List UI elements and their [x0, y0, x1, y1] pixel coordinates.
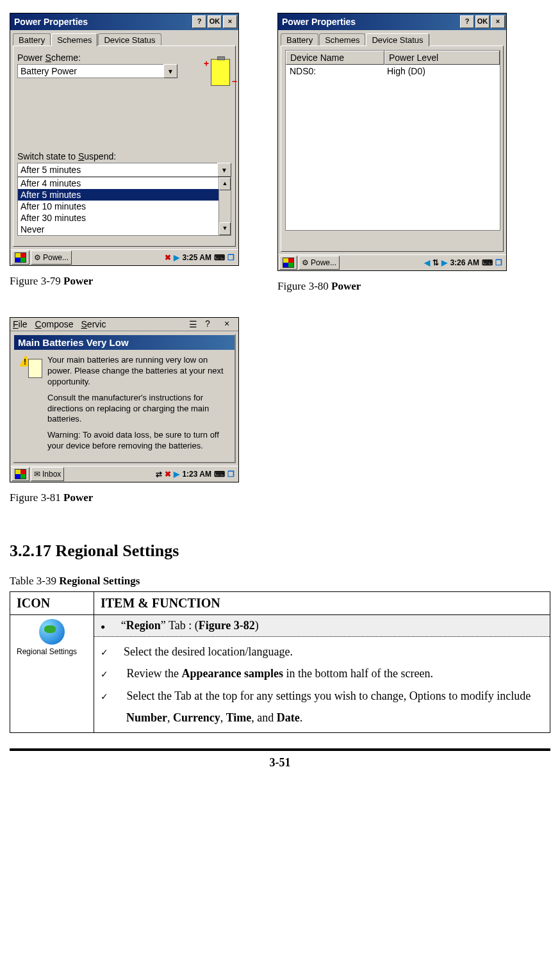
page-footer: 3-51: [10, 748, 550, 770]
help-button[interactable]: ?: [205, 319, 217, 329]
tray-icon[interactable]: ✖: [165, 470, 171, 479]
power-props-window-schemes: Power Properties ? OK × Battery Schemes …: [10, 13, 239, 266]
tab-device-status[interactable]: Device Status: [98, 33, 161, 46]
windows-flag-icon: [283, 258, 294, 268]
tray-icon[interactable]: ⌨: [214, 253, 225, 262]
list-item[interactable]: Never: [18, 224, 218, 235]
chevron-down-icon[interactable]: ▼: [217, 163, 231, 177]
close-button[interactable]: ×: [224, 319, 236, 329]
tab-panel: +− Power Scheme: Battery Power ▼ Switch …: [13, 45, 236, 247]
tray-icon[interactable]: ⇄: [156, 470, 162, 479]
tab-battery[interactable]: Battery: [281, 33, 318, 46]
taskbar-app-label: Powe...: [43, 253, 69, 262]
suspend-value[interactable]: After 5 minutes: [17, 163, 217, 177]
tray-icon[interactable]: ▶: [174, 470, 179, 479]
tray-icon[interactable]: ⇅: [432, 258, 439, 267]
page-number: 3-51: [270, 756, 291, 769]
menu-file[interactable]: File: [13, 319, 28, 329]
close-button[interactable]: ×: [491, 15, 505, 28]
start-button[interactable]: [12, 251, 29, 265]
bullet-item: “Region” Tab : (Figure 3-82): [101, 619, 543, 632]
menu-services[interactable]: Servic: [81, 319, 106, 329]
system-tray: ◀ ⇅ ▶ 3:26 AM ⌨ ❐: [422, 258, 505, 267]
scroll-down-icon[interactable]: ▼: [219, 222, 231, 235]
figure-caption: Figure 3-81 Power: [10, 491, 550, 504]
taskbar-app-button[interactable]: ⚙ Powe...: [299, 256, 340, 270]
close-button[interactable]: ×: [223, 15, 237, 28]
titlebar: Power Properties ? OK ×: [278, 13, 506, 30]
system-tray: ✖ ▶ 3:25 AM ⌨ ❐: [162, 253, 237, 262]
start-button[interactable]: [279, 256, 297, 270]
tray-icon[interactable]: ◀: [424, 258, 430, 267]
taskbar: ✉ Inbox ⇄ ✖ ▶ 1:23 AM ⌨ ❐: [10, 466, 238, 482]
column-power-level[interactable]: Power Level: [384, 51, 500, 65]
column-device-name[interactable]: Device Name: [286, 51, 384, 65]
tray-icon[interactable]: ▶: [174, 253, 179, 262]
scrollbar[interactable]: ▲ ▼: [218, 177, 231, 235]
tray-icon[interactable]: ❐: [227, 470, 235, 479]
tray-icon[interactable]: ✖: [165, 253, 171, 262]
tab-schemes[interactable]: Schemes: [51, 33, 97, 46]
scroll-up-icon[interactable]: ▲: [219, 177, 231, 190]
table-header-row: ICON ITEM & FUNCTION: [10, 592, 550, 615]
dialog-text: Your main batteries are running very low…: [47, 355, 229, 457]
list-item[interactable]: After 4 minutes: [18, 177, 218, 189]
dialog-paragraph: Consult the manufacturer's instructions …: [47, 393, 229, 425]
power-scheme-combo[interactable]: Battery Power ▼: [17, 64, 177, 78]
tab-battery[interactable]: Battery: [13, 33, 51, 46]
tray-icon[interactable]: ❐: [227, 253, 235, 262]
dialog-title: Main Batteries Very Low: [14, 335, 235, 350]
check-item: Review the Appearance samples in the bot…: [101, 663, 543, 684]
tab-panel: Device Name Power Level NDS0: High (D0): [281, 45, 504, 252]
tray-icon[interactable]: ❐: [495, 258, 502, 267]
list-item[interactable]: After 5 minutes: [18, 189, 218, 201]
taskbar-clock: 3:25 AM: [182, 253, 211, 262]
ok-button[interactable]: OK: [208, 15, 222, 28]
table-row: Regional Settings “Region” Tab : (Figure…: [10, 615, 550, 733]
tray-icon[interactable]: ▶: [441, 258, 447, 267]
tray-icon[interactable]: ⌨: [214, 470, 225, 479]
check-item: Select the desired location/language.: [101, 641, 543, 663]
taskbar: ⚙ Powe... ✖ ▶ 3:25 AM ⌨ ❐: [10, 249, 238, 265]
chevron-down-icon[interactable]: ▼: [163, 64, 177, 78]
device-status-table: Device Name Power Level NDS0: High (D0): [285, 50, 500, 231]
header-item-function: ITEM & FUNCTION: [94, 592, 550, 615]
menu-compose[interactable]: Compose: [35, 319, 74, 329]
tab-device-status[interactable]: Device Status: [366, 33, 429, 46]
suspend-options-list[interactable]: After 4 minutes After 5 minutes After 10…: [17, 177, 231, 236]
toolbar-icon[interactable]: ☰: [189, 319, 197, 329]
tray-icon[interactable]: ⌨: [482, 258, 493, 267]
taskbar-clock: 3:26 AM: [450, 258, 479, 267]
taskbar: ⚙ Powe... ◀ ⇅ ▶ 3:26 AM ⌨ ❐: [278, 254, 506, 270]
power-props-window-device-status: Power Properties ? OK × Battery Schemes …: [277, 13, 507, 271]
help-button[interactable]: ?: [192, 15, 206, 28]
low-battery-window: File Compose Servic ☰ ? × Main Batteries…: [10, 317, 239, 482]
region-tab-heading: “Region” Tab : (Figure 3-82): [94, 615, 550, 637]
help-button[interactable]: ?: [460, 15, 474, 28]
table-row[interactable]: NDS0: High (D0): [286, 65, 500, 78]
window-title: Power Properties: [14, 17, 191, 27]
power-scheme-value[interactable]: Battery Power: [17, 64, 163, 78]
titlebar: Power Properties ? OK ×: [10, 13, 238, 30]
power-level-cell: High (D0): [383, 65, 500, 78]
start-button[interactable]: [12, 467, 29, 481]
tab-schemes[interactable]: Schemes: [319, 33, 365, 46]
taskbar-app-button[interactable]: ⚙ Powe...: [31, 251, 72, 265]
figure-row-1: Power Properties ? OK × Battery Schemes …: [10, 13, 550, 298]
tab-strip: Battery Schemes Device Status: [278, 30, 506, 45]
figure-caption: Figure 3-80 Power: [277, 280, 507, 293]
figure-79-column: Power Properties ? OK × Battery Schemes …: [10, 13, 239, 293]
figure-81-column: File Compose Servic ☰ ? × Main Batteries…: [10, 317, 550, 509]
windows-flag-icon: [15, 469, 26, 479]
taskbar-app-button[interactable]: ✉ Inbox: [31, 467, 64, 481]
list-item[interactable]: After 10 minutes: [18, 201, 218, 212]
menubar: File Compose Servic ☰ ? ×: [10, 318, 238, 331]
figure-80-column: Power Properties ? OK × Battery Schemes …: [277, 13, 507, 298]
ok-button[interactable]: OK: [475, 15, 490, 28]
device-name-cell: NDS0:: [286, 65, 383, 78]
globe-icon: [39, 619, 65, 645]
low-battery-dialog: Main Batteries Very Low Your main batter…: [13, 334, 236, 463]
list-item[interactable]: After 30 minutes: [18, 212, 218, 224]
check-item: Select the Tab at the top for any settin…: [101, 685, 543, 729]
suspend-combo[interactable]: After 5 minutes ▼: [17, 163, 231, 177]
